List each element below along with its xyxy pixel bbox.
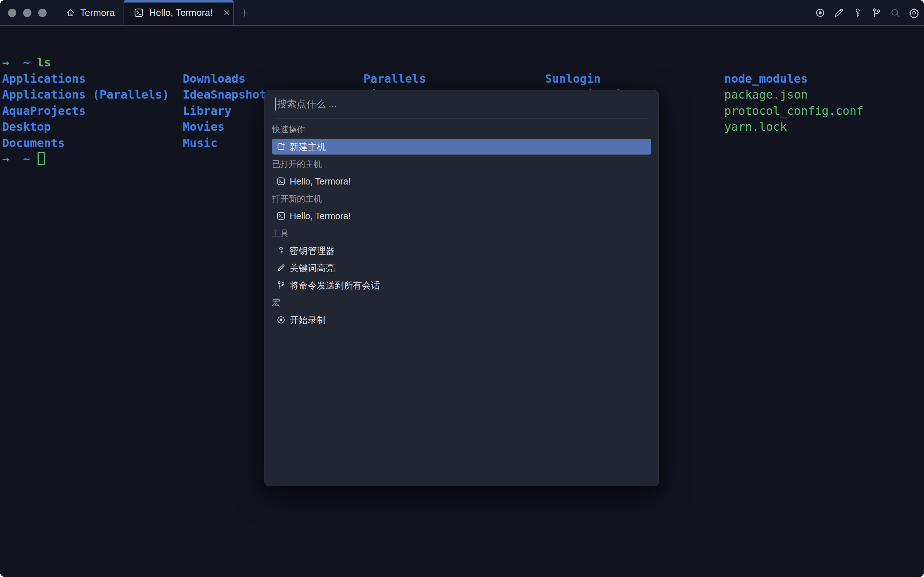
palette-list: 快速操作新建主机已打开的主机Hello, Termora!打开新的主机Hello… — [265, 118, 658, 329]
section-header: 打开新的主机 — [265, 193, 322, 205]
maximize-window-button[interactable] — [38, 9, 47, 17]
minimize-window-button[interactable] — [23, 9, 31, 17]
ls-entry-dir: Desktop — [2, 119, 169, 135]
palette-item[interactable]: Hello, Termora! — [272, 173, 651, 189]
search-toolbar-button[interactable] — [890, 8, 900, 18]
key-icon — [853, 8, 863, 18]
ls-entry-dir: Downloads — [183, 71, 273, 87]
tab-home-label: Termora — [80, 7, 114, 18]
traffic-lights — [8, 9, 47, 17]
ls-entry-dir: node_modules — [724, 71, 863, 87]
new-host-icon — [276, 142, 286, 151]
text-caret — [275, 97, 276, 111]
ls-entry-dir: Music — [183, 135, 273, 151]
record-icon — [815, 8, 826, 18]
palette-item[interactable]: Hello, Termora! — [272, 208, 651, 224]
ls-entry-dir: Sunlogin — [545, 71, 643, 87]
ls-column: node_modulespackage.jsonprotocol_config.… — [724, 71, 863, 135]
branch-toolbar-button[interactable] — [871, 8, 882, 18]
terminal-icon — [134, 8, 144, 18]
branch-icon — [276, 280, 286, 290]
section-header: 快速操作 — [265, 124, 305, 135]
palette-item[interactable]: 新建主机 — [272, 139, 651, 155]
ls-entry-file: protocol_config.conf — [724, 103, 863, 119]
palette-item-label: 关键词高亮 — [290, 262, 335, 274]
ls-entry-dir: Parallels — [363, 71, 426, 87]
key-toolbar-button[interactable] — [853, 8, 863, 18]
palette-item-label: 密钥管理器 — [290, 245, 335, 257]
branch-icon — [871, 8, 882, 18]
ls-entry-dir: Documents — [2, 135, 169, 151]
search-placeholder: 搜索点什么 ... — [277, 97, 337, 111]
titlebar: Termora Hello, Termora! — [0, 0, 924, 26]
key-icon — [276, 246, 286, 255]
palette-item-label: Hello, Termora! — [290, 211, 351, 221]
ls-column: ApplicationsApplications (Parallels)Aqua… — [2, 71, 169, 151]
tab-hello-termora[interactable]: Hello, Termora! — [124, 0, 234, 25]
record-toolbar-button[interactable] — [815, 8, 826, 18]
gear-toolbar-button[interactable] — [909, 8, 919, 18]
gear-icon — [909, 8, 919, 18]
section-header: 工具 — [265, 228, 289, 239]
terminal-icon — [276, 211, 286, 221]
home-icon — [66, 8, 76, 18]
tab-home[interactable]: Termora — [61, 0, 119, 25]
search-input[interactable]: 搜索点什么 ... — [275, 90, 648, 118]
palette-item[interactable]: 密钥管理器 — [272, 243, 651, 258]
ls-entry-dir: Applications (Parallels) — [2, 87, 169, 103]
plus-icon — [239, 8, 250, 18]
ls-entry-dir: AquaProjects — [2, 103, 169, 119]
termora-window: Termora Hello, Termora! → ~ ls Applicati… — [0, 0, 924, 577]
ls-entry-dir: Movies — [183, 119, 273, 135]
new-tab-button[interactable] — [237, 5, 253, 21]
ls-entry-file: yarn.lock — [724, 119, 863, 135]
palette-item[interactable]: 将命令发送到所有会话 — [272, 277, 651, 293]
command-palette: 搜索点什么 ... 快速操作新建主机已打开的主机Hello, Termora!打… — [264, 90, 659, 487]
prompt-line-current: → ~ — [2, 151, 45, 167]
close-window-button[interactable] — [8, 9, 16, 17]
ls-entry-dir: Library — [183, 103, 273, 119]
palette-item-label: 将命令发送到所有会话 — [290, 279, 380, 292]
section-header: 已打开的主机 — [265, 158, 322, 170]
ls-entry-file: package.json — [724, 87, 863, 103]
toolbar — [815, 0, 919, 25]
search-icon — [890, 8, 900, 18]
close-tab-icon[interactable] — [222, 8, 232, 17]
palette-item-label: 新建主机 — [290, 141, 326, 153]
palette-item-label: Hello, Termora! — [290, 176, 351, 187]
tab-active-label: Hello, Termora! — [149, 7, 213, 18]
terminal-icon — [276, 177, 286, 186]
terminal-cursor — [37, 152, 45, 165]
prompt-line-ls: → ~ ls — [2, 55, 51, 71]
palette-item[interactable]: 关键词高亮 — [272, 260, 651, 276]
ls-entry-dir: Applications — [2, 71, 169, 87]
record-icon — [276, 315, 286, 325]
palette-item[interactable]: 开始录制 — [272, 312, 651, 328]
pencil-icon — [834, 8, 844, 18]
pencil-toolbar-button[interactable] — [834, 8, 844, 18]
ls-entry-dir: IdeaSnapshots — [183, 87, 273, 103]
section-header: 宏 — [265, 297, 280, 308]
pencil-icon — [276, 263, 286, 272]
palette-item-label: 开始录制 — [290, 314, 326, 326]
ls-column: DownloadsIdeaSnapshotsLibraryMoviesMusic — [183, 71, 273, 151]
